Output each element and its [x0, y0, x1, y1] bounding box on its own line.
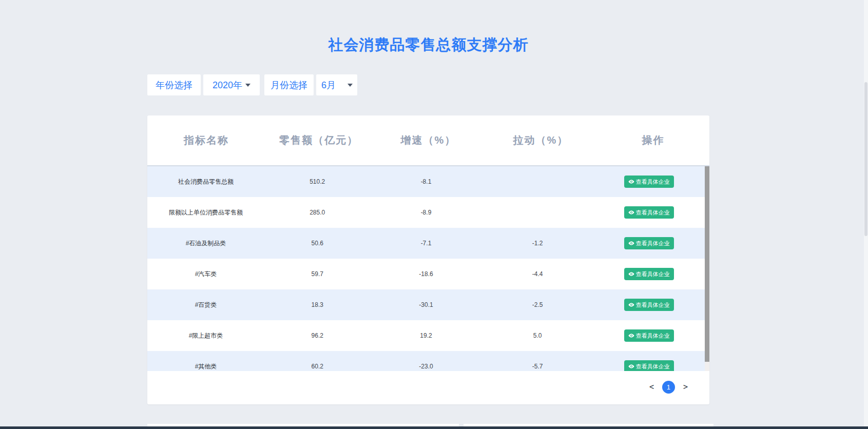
table-scrollbar-track[interactable]	[705, 166, 709, 371]
page-scrollbar-track[interactable]	[864, 0, 868, 426]
eye-icon	[628, 333, 634, 339]
cell-pull-rate: -1.2	[482, 240, 593, 247]
cell-retail-amount: 60.2	[264, 363, 370, 370]
analysis-table-card: 指标名称 零售额（亿元） 增速（%） 拉动（%） 操作 社会消费品零售总额 51…	[147, 115, 709, 404]
page-scrollbar-thumb[interactable]	[864, 82, 867, 236]
table-scrollbar-thumb[interactable]	[705, 166, 709, 362]
cell-pull-rate: -4.4	[482, 270, 593, 278]
column-header-indicator-name: 指标名称	[147, 133, 265, 147]
view-companies-button[interactable]: 查看具体企业	[624, 237, 674, 249]
cell-indicator-name: 限额以上单位消费品零售额	[147, 208, 264, 217]
eye-icon	[628, 302, 634, 308]
table-row: #汽车类 59.7 -18.6 -4.4 查看具体企业	[147, 259, 705, 289]
cell-growth-rate: -8.9	[370, 209, 481, 216]
cell-growth-rate: -23.0	[370, 363, 481, 370]
table-body: 社会消费品零售总额 510.2 -8.1 查看具体企业 限额以上单位消费品零售额…	[147, 166, 709, 371]
year-filter-label: 年份选择	[147, 74, 201, 95]
cell-retail-amount: 510.2	[264, 178, 370, 185]
eye-icon	[628, 179, 634, 185]
year-select[interactable]: 2020年	[203, 74, 260, 95]
view-companies-label: 查看具体企业	[636, 240, 670, 247]
cell-action: 查看具体企业	[593, 206, 705, 219]
view-companies-button[interactable]: 查看具体企业	[624, 268, 674, 280]
view-companies-button[interactable]: 查看具体企业	[624, 360, 674, 371]
cell-growth-rate: -7.1	[370, 240, 481, 247]
cell-indicator-name: #限上超市类	[147, 332, 264, 340]
filter-bar: 年份选择 2020年 月份选择 6月	[147, 74, 357, 95]
current-page-button[interactable]: 1	[662, 381, 675, 394]
table-row: #限上超市类 96.2 19.2 5.0 查看具体企业	[147, 320, 705, 351]
view-companies-button[interactable]: 查看具体企业	[624, 299, 674, 311]
view-companies-button[interactable]: 查看具体企业	[624, 206, 674, 219]
page-title: 社会消费品零售总额支撑分析	[147, 35, 709, 55]
pagination: < 1 >	[147, 371, 709, 403]
view-companies-label: 查看具体企业	[636, 332, 670, 340]
cell-growth-rate: 19.2	[370, 332, 481, 339]
cell-retail-amount: 18.3	[264, 301, 370, 308]
eye-icon	[628, 240, 634, 246]
month-filter-label: 月份选择	[264, 74, 314, 95]
view-companies-label: 查看具体企业	[636, 209, 670, 217]
cell-indicator-name: #汽车类	[147, 270, 264, 279]
cell-action: 查看具体企业	[593, 360, 705, 371]
table-row: #百货类 18.3 -30.1 -2.5 查看具体企业	[147, 289, 705, 320]
cell-indicator-name: #百货类	[147, 301, 264, 309]
table-row: #其他类 60.2 -23.0 -5.7 查看具体企业	[147, 351, 705, 371]
next-page-button[interactable]: >	[683, 383, 688, 391]
column-header-growth-rate: 增速（%）	[372, 133, 485, 147]
column-header-pull-rate: 拉动（%）	[485, 133, 597, 147]
table-row: #石油及制品类 50.6 -7.1 -1.2 查看具体企业	[147, 228, 705, 259]
view-companies-label: 查看具体企业	[636, 363, 670, 371]
month-select[interactable]: 6月	[316, 74, 357, 95]
cell-action: 查看具体企业	[593, 329, 705, 342]
column-header-actions: 操作	[597, 133, 709, 147]
cell-retail-amount: 285.0	[264, 209, 370, 216]
table-row: 限额以上单位消费品零售额 285.0 -8.9 查看具体企业	[147, 197, 705, 228]
view-companies-label: 查看具体企业	[636, 270, 670, 278]
cell-action: 查看具体企业	[593, 268, 705, 280]
cell-growth-rate: -8.1	[370, 178, 481, 185]
cell-indicator-name: #石油及制品类	[147, 239, 264, 248]
cell-indicator-name: 社会消费品零售总额	[147, 178, 264, 186]
view-companies-button[interactable]: 查看具体企业	[624, 329, 674, 342]
cell-growth-rate: -30.1	[370, 301, 481, 308]
view-companies-label: 查看具体企业	[636, 178, 670, 186]
cell-retail-amount: 50.6	[264, 240, 370, 247]
bottom-bar	[0, 426, 868, 429]
eye-icon	[628, 363, 634, 369]
eye-icon	[628, 209, 634, 216]
eye-icon	[628, 271, 634, 277]
cell-indicator-name: #其他类	[147, 362, 264, 371]
cell-retail-amount: 96.2	[264, 332, 370, 339]
cell-action: 查看具体企业	[593, 176, 705, 188]
view-companies-label: 查看具体企业	[636, 301, 670, 309]
view-companies-button[interactable]: 查看具体企业	[624, 176, 674, 188]
month-select-value: 6月	[321, 79, 336, 91]
cell-action: 查看具体企业	[593, 299, 705, 311]
table-header-row: 指标名称 零售额（亿元） 增速（%） 拉动（%） 操作	[147, 115, 709, 166]
cell-growth-rate: -18.6	[370, 270, 481, 278]
cell-retail-amount: 59.7	[264, 270, 370, 278]
chevron-down-icon	[245, 84, 250, 87]
chevron-down-icon	[348, 84, 353, 87]
cell-pull-rate: 5.0	[482, 332, 593, 339]
cell-pull-rate: -5.7	[482, 363, 593, 370]
prev-page-button[interactable]: <	[649, 383, 654, 391]
cell-pull-rate: -2.5	[482, 301, 593, 308]
year-select-value: 2020年	[213, 79, 242, 91]
column-header-retail-amount: 零售额（亿元）	[265, 133, 372, 147]
table-row: 社会消费品零售总额 510.2 -8.1 查看具体企业	[147, 166, 705, 197]
cell-action: 查看具体企业	[593, 237, 705, 249]
